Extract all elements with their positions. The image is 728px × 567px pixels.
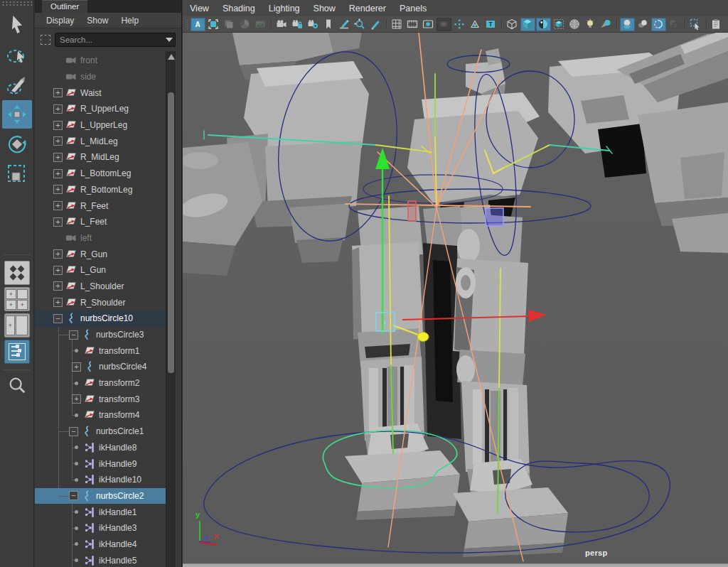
search-input[interactable] [55, 33, 176, 47]
rotate-tool-button[interactable] [2, 130, 32, 158]
anti-aliasing-button[interactable] [651, 18, 666, 31]
textured-button[interactable] [536, 18, 551, 31]
outliner-row[interactable]: ikHandle10 [35, 472, 166, 488]
lighting-button[interactable] [583, 18, 598, 31]
filter-icon[interactable] [41, 35, 50, 45]
expander-icon[interactable] [72, 443, 81, 452]
expander-icon[interactable] [69, 330, 78, 340]
zoom-pan-button[interactable] [353, 18, 368, 31]
camera-attribute-editor-button[interactable] [306, 18, 321, 31]
lasso-select-tool-button[interactable] [2, 40, 32, 69]
scroll-up-icon[interactable] [168, 54, 175, 60]
frame-region-button[interactable] [206, 18, 221, 31]
motion-blur-button[interactable] [636, 18, 651, 31]
outliner-row[interactable]: side [35, 69, 166, 85]
outliner-row[interactable]: transform4 [35, 407, 166, 423]
menu-shading[interactable]: Shading [223, 4, 255, 14]
single-pane-layout-button[interactable] [4, 261, 30, 285]
outliner-row[interactable]: ikHandle8 [35, 440, 166, 456]
isolate-select-button[interactable] [688, 18, 703, 31]
shaded-button[interactable] [520, 18, 535, 31]
menu-show[interactable]: Show [314, 4, 336, 14]
scrollbar-thumb[interactable] [168, 92, 174, 373]
expander-icon[interactable] [72, 394, 81, 404]
outliner-row[interactable]: Waist [35, 85, 166, 101]
wireframe-on-shaded-button[interactable] [552, 18, 567, 31]
clipboard-button[interactable] [710, 18, 724, 31]
outliner-row[interactable]: nurbsCircle3 [35, 327, 166, 343]
expander-icon[interactable] [53, 56, 63, 65]
expander-icon[interactable] [53, 136, 63, 146]
outliner-row[interactable]: L_Gun [35, 262, 166, 279]
default-material-button[interactable] [567, 18, 582, 31]
outliner-row[interactable]: ikHandle4 [35, 536, 166, 553]
outliner-row[interactable]: L_MidLeg [35, 133, 166, 149]
shadows-button[interactable] [599, 18, 614, 31]
annotate-pencil-button[interactable] [368, 18, 383, 31]
expander-icon[interactable] [53, 298, 63, 307]
outliner-row[interactable]: nurbsCircle1 [35, 423, 166, 440]
outliner-persp-layout-button[interactable] [4, 340, 30, 364]
outliner-row[interactable]: R_Feet [35, 198, 166, 214]
four-pane-layout-button[interactable]: +++ [4, 287, 30, 311]
ambient-occlusion-button[interactable] [620, 18, 635, 31]
expander-icon[interactable] [72, 539, 81, 549]
outliner-row[interactable]: front [35, 53, 166, 69]
expander-icon[interactable] [53, 281, 63, 291]
toolbox-grip-handle[interactable] [1, 1, 32, 7]
outliner-row[interactable]: ikHandle1 [35, 504, 166, 520]
outliner-scrollbar[interactable] [166, 51, 176, 567]
image-plane-button[interactable] [253, 18, 268, 31]
outliner-row[interactable]: R_UpperLeg [35, 101, 166, 117]
film-gate-button[interactable] [405, 18, 420, 31]
outliner-row[interactable]: ikHandle9 [35, 455, 166, 472]
paint-select-tool-button[interactable] [2, 70, 32, 99]
outliner-row[interactable]: transform3 [35, 391, 166, 407]
outliner-row[interactable]: ikHandle5 [35, 552, 166, 567]
expander-icon[interactable] [53, 121, 63, 130]
expander-icon[interactable] [72, 459, 81, 468]
menu-display[interactable]: Display [46, 16, 74, 26]
expander-icon[interactable] [53, 314, 63, 323]
panel-zoom-button[interactable] [0, 376, 33, 399]
expander-icon[interactable] [53, 217, 63, 227]
expander-icon[interactable] [53, 104, 63, 114]
expander-icon[interactable] [72, 411, 81, 420]
menu-renderer[interactable]: Renderer [349, 4, 386, 14]
expander-icon[interactable] [53, 153, 63, 162]
safe-title-button[interactable] [483, 18, 498, 31]
scale-tool-button[interactable] [2, 160, 32, 188]
expander-icon[interactable] [72, 362, 81, 372]
wireframe-button[interactable] [505, 18, 520, 31]
expander-icon[interactable] [53, 185, 63, 194]
expander-icon[interactable] [72, 507, 81, 517]
outliner-row[interactable]: L_Shoulder [35, 279, 166, 295]
outliner-row[interactable]: R_Gun [35, 246, 166, 262]
grid-button[interactable] [390, 18, 405, 31]
outliner-row[interactable]: left [35, 230, 166, 247]
layer-overrides-button[interactable] [222, 18, 237, 31]
expander-icon[interactable] [72, 346, 81, 355]
expander-icon[interactable] [72, 524, 81, 533]
expander-icon[interactable] [53, 201, 63, 210]
safe-action-button[interactable] [468, 18, 483, 31]
expander-icon[interactable] [53, 266, 63, 275]
expander-icon[interactable] [69, 491, 78, 500]
camera-attributes-button[interactable] [191, 18, 205, 31]
expander-icon[interactable] [53, 233, 63, 242]
outliner-tab[interactable]: Outliner [42, 0, 87, 13]
expander-icon[interactable] [53, 72, 63, 82]
resolution-gate-button[interactable] [421, 18, 436, 31]
expander-icon[interactable] [53, 88, 63, 97]
outliner-row[interactable]: R_MidLeg [35, 149, 166, 166]
expander-icon[interactable] [69, 427, 78, 436]
expander-icon[interactable] [72, 475, 81, 485]
outliner-row[interactable]: nurbsCircle4 [35, 359, 166, 375]
outliner-row[interactable]: R_Shoulder [35, 294, 166, 310]
grease-pencil-button[interactable] [337, 18, 352, 31]
menu-view[interactable]: View [190, 4, 209, 14]
bookmark-button[interactable] [321, 18, 336, 31]
move-tool-button[interactable] [2, 100, 32, 129]
expander-icon[interactable] [72, 379, 81, 388]
gate-mask-button[interactable] [437, 18, 451, 31]
